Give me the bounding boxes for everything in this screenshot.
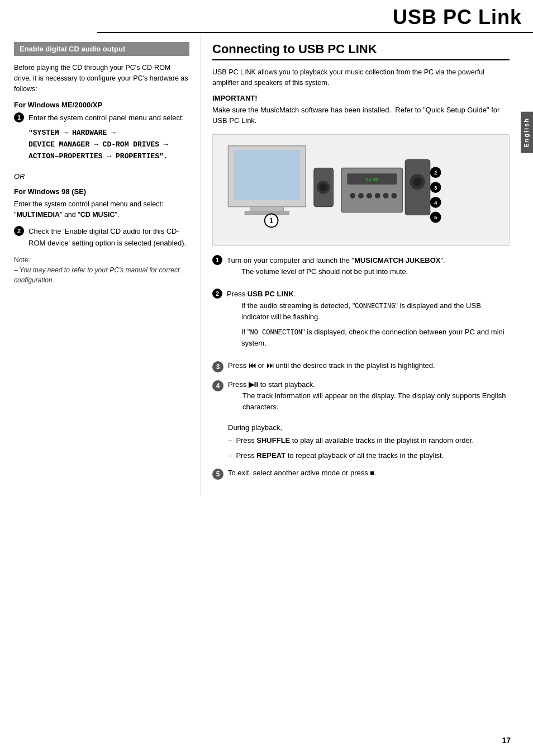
no-connection-text: NO CONNECTION (250, 329, 302, 337)
shuffle-text: SHUFFLE (256, 436, 290, 445)
svg-rect-1 (234, 150, 300, 200)
device-image-area: 00:00 2 3 4 5 1 (212, 134, 510, 246)
windows-me-path: "SYSTEM → HARDWARE →DEVICE MANAGER → CD-… (28, 127, 189, 162)
svg-rect-3 (245, 211, 289, 214)
right-step5: 5 To exit, select another active mode or… (212, 467, 510, 480)
svg-point-16 (375, 192, 380, 198)
device-svg: 00:00 2 3 4 5 1 (213, 135, 509, 245)
right-step5-badge: 5 (212, 469, 223, 480)
step1-badge: 1 (14, 112, 24, 122)
right-step2-bold: USB PC LINK (248, 290, 294, 298)
svg-point-6 (320, 183, 327, 191)
right-step2-prefix: Press (227, 290, 248, 298)
page-title: USB PC Link (97, 6, 522, 29)
enable-cd-section-title: Enable digital CD audio output (14, 42, 189, 56)
page-title-bar: USB PC Link (97, 0, 533, 33)
stop-icon: ■ (370, 469, 374, 477)
right-section-title: Connecting to USB PC LINK (212, 42, 510, 60)
right-column: Connecting to USB PC LINK USB PC LINK al… (201, 34, 521, 495)
right-step1-badge: 1 (212, 255, 222, 265)
svg-text:4: 4 (434, 199, 437, 205)
windows-step2: 2 Check the 'Enable digital CD audio for… (14, 226, 189, 249)
right-step2-badge: 2 (212, 289, 222, 299)
right-step1-body: Turn on your computer and launch the "MU… (227, 255, 510, 282)
content-wrapper: Enable digital CD audio output Before pl… (0, 34, 521, 495)
prev-icon: ⏮ (249, 361, 256, 370)
right-step1-sub: The volume level of PC should not be put… (241, 266, 510, 277)
right-step3-badge: 3 (212, 361, 223, 372)
right-intro-text: USB PC LINK allows you to playback your … (212, 67, 510, 88)
next-icon: ⏭ (266, 361, 274, 370)
dash1-text: – Press SHUFFLE to play all available tr… (228, 435, 510, 447)
windows-98-step: Enter the system control panel menu and … (14, 199, 189, 220)
right-step2-sub1: If the audio streaming is detected, "CON… (241, 300, 510, 323)
right-step5-text: To exit, select another active mode or p… (228, 469, 368, 477)
dash2-suffix: to repeat playback of all the tracks in … (285, 451, 444, 460)
windows-me-title: For Windows ME/2000/XP (14, 101, 189, 109)
right-step2: 2 Press USB PC LINK. If the audio stream… (212, 289, 510, 353)
svg-point-15 (367, 192, 372, 198)
step2-badge: 2 (14, 226, 24, 236)
windows-me-step1: 1 Enter the system control panel menu an… (14, 112, 189, 166)
note-label: Note: (14, 256, 189, 264)
svg-text:3: 3 (434, 185, 437, 191)
right-step2-sub2: If "NO CONNECTION" is displayed, check t… (241, 327, 510, 349)
svg-rect-2 (250, 206, 283, 211)
right-step1: 1 Turn on your computer and launch the "… (212, 255, 510, 282)
language-tab: English (521, 112, 533, 153)
right-step4-body: Press ▶II to start playback. The track i… (228, 379, 510, 417)
svg-point-14 (358, 192, 364, 198)
svg-text:2: 2 (434, 169, 437, 176)
right-step2-suffix: . (294, 290, 296, 298)
connecting-text: CONNECTING (355, 303, 395, 310)
important-box: IMPORTANT! Make sure the MusicMatch soft… (212, 94, 510, 126)
right-step4-sub: The track information will appear on the… (242, 390, 510, 412)
svg-text:1: 1 (269, 217, 273, 225)
svg-point-18 (391, 192, 397, 198)
svg-point-9 (413, 177, 422, 186)
right-step3: 3 Press ⏮ or ⏭ until the desired track i… (212, 360, 510, 372)
or-text: OR (14, 172, 189, 181)
right-step3-body: Press ⏮ or ⏭ until the desired track in … (228, 360, 510, 372)
intro-text: Before playing the CD through your PC's … (14, 63, 189, 94)
svg-point-13 (350, 192, 355, 198)
note-text: – You may need to refer to your PC's man… (14, 265, 189, 285)
svg-point-17 (383, 192, 389, 198)
important-label: IMPORTANT! (212, 94, 510, 102)
left-column: Enable digital CD audio output Before pl… (0, 34, 201, 495)
svg-text:5: 5 (434, 214, 437, 220)
windows-me-step-body: Enter the system control panel menu and … (28, 112, 189, 166)
right-step5-body: To exit, select another active mode or p… (228, 467, 510, 479)
svg-text:00:00: 00:00 (366, 177, 378, 182)
right-step4-badge: 4 (212, 380, 223, 391)
right-step4: 4 Press ▶II to start playback. The track… (212, 379, 510, 417)
windows-me-step-text: Enter the system control panel menu and … (28, 114, 184, 122)
repeat-text: REPEAT (256, 451, 285, 460)
right-step2-body: Press USB PC LINK. If the audio streamin… (227, 289, 510, 353)
during-playback-text: During playback, (228, 423, 510, 432)
important-text: Make sure the MusicMatch software has be… (212, 105, 510, 126)
windows-98-title: For Windows 98 (SE) (14, 187, 189, 196)
dash1-suffix: to play all available tracks in the play… (290, 436, 474, 445)
windows-step2-body: Check the 'Enable digital CD audio for t… (28, 226, 189, 249)
play-icon: ▶II (249, 380, 258, 389)
dash2-text: – Press REPEAT to repeat playback of all… (228, 450, 510, 462)
page-number: 17 (502, 736, 511, 745)
